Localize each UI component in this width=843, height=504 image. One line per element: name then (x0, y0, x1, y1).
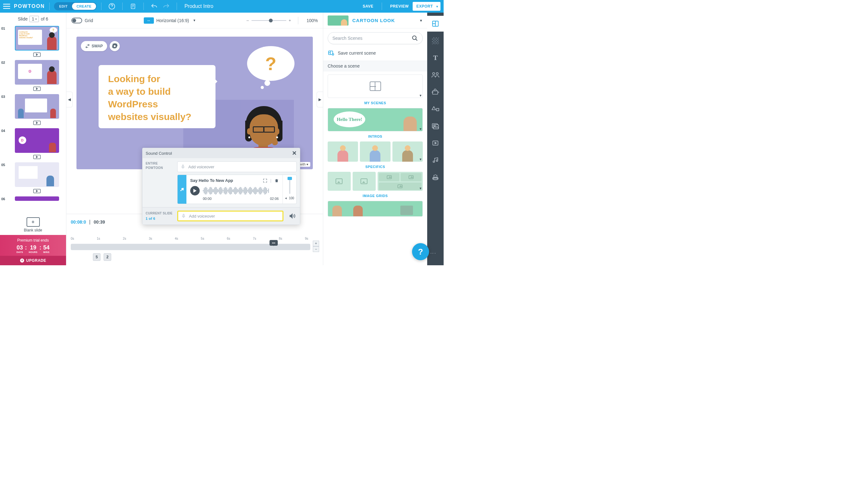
expand-icon[interactable] (263, 178, 267, 183)
transition-icon[interactable] (33, 188, 41, 194)
slide-thumb-6[interactable] (15, 196, 59, 201)
aspect-select[interactable]: ↔ Horizontal (16:9) ▼ (144, 17, 196, 24)
slide-thumb-2[interactable]: Ⓓ (15, 60, 59, 85)
speech-bubble[interactable]: Looking fora way to buildWordPresswebsit… (99, 65, 215, 128)
timeline-ruler: 0s 1s 2s 3s 4s 5s 6s 7s 8s 9s (71, 237, 318, 243)
divider (143, 2, 144, 10)
preview-button[interactable]: PREVIEW (390, 4, 409, 8)
category-imagegrids: IMAGE GRIDS (328, 194, 423, 198)
clipboard-icon[interactable] (129, 2, 137, 11)
audio-track: Say Hello To New App | 00:00 02:06 (177, 175, 297, 204)
right-area: CARTOON LOOK ▼ Save current scene Choose… (323, 13, 444, 265)
mode-create[interactable]: CREATE (72, 3, 96, 10)
help-fab[interactable]: ? (412, 243, 429, 260)
trial-banner: Premium trial ends 03DAYS : 19HOURS : 54… (0, 235, 66, 265)
collapse-left-icon[interactable]: ◀ (66, 92, 73, 107)
transition-icon[interactable] (33, 86, 41, 92)
zoom-control: – + 100% (246, 17, 318, 24)
logo[interactable]: POWTOON (14, 3, 45, 9)
undo-icon[interactable] (150, 2, 158, 11)
more-options-icon[interactable]: ⋮ (430, 250, 437, 256)
choose-scene-label: Choose a scene (323, 61, 427, 71)
menu-icon[interactable] (3, 4, 11, 9)
delete-icon[interactable] (275, 178, 279, 183)
waveform[interactable] (203, 186, 279, 195)
rail-background[interactable] (427, 33, 444, 49)
rail-layout[interactable] (427, 16, 444, 32)
play-button[interactable] (190, 186, 200, 196)
thumb-index: 05 (1, 162, 7, 167)
transition-icon[interactable] (33, 52, 41, 57)
transition-icon[interactable] (33, 120, 41, 126)
scene-intro-2[interactable] (360, 142, 390, 162)
project-title[interactable]: Product Intro (185, 3, 214, 9)
scene-hello-there[interactable]: Hello There! (328, 108, 423, 131)
rail-videos[interactable] (427, 135, 444, 151)
close-icon[interactable]: ✕ (292, 150, 297, 157)
timeline-item-2[interactable]: 2 (104, 253, 111, 261)
search-input[interactable] (332, 36, 409, 41)
chevron-down-icon[interactable]: ▼ (419, 187, 422, 190)
mode-edit[interactable]: EDIT (55, 4, 72, 8)
scene-blank-layout[interactable] (328, 74, 423, 98)
chevron-down-icon[interactable]: ▼ (419, 158, 422, 161)
add-blank-slide[interactable]: + Blank slide (11, 217, 55, 232)
grid-toggle[interactable]: Grid (71, 18, 93, 23)
transition-icon[interactable] (33, 154, 41, 160)
settings-button[interactable] (110, 41, 120, 51)
chevron-down-icon[interactable]: ▼ (419, 94, 422, 97)
add-voiceover-slide[interactable]: Add voiceover (177, 211, 283, 221)
rail-characters[interactable] (427, 67, 444, 83)
rail-images[interactable] (427, 118, 444, 134)
chevron-down-icon[interactable]: ▼ (419, 127, 422, 131)
scene-intro-3[interactable] (392, 142, 423, 162)
timeline-zoom-in[interactable]: + (313, 241, 319, 246)
thought-bubble[interactable]: ? (247, 46, 295, 81)
swap-button[interactable]: SWAP (81, 41, 107, 51)
scene-img-1[interactable] (328, 172, 351, 191)
music-tab-icon[interactable] (178, 175, 187, 204)
timeline-item-1[interactable]: 5 (93, 253, 101, 261)
rail-shapes[interactable] (427, 101, 444, 117)
rail-specials[interactable] (427, 169, 444, 185)
current-slide-count: 1 of 6 (146, 216, 174, 221)
playhead-marker[interactable]: ••• (269, 240, 278, 246)
sound-toggle-icon[interactable] (288, 213, 297, 219)
zoom-out-button[interactable]: – (246, 18, 249, 23)
slide-number-select[interactable]: 1 (29, 16, 39, 22)
volume-value: 100 (289, 196, 294, 200)
rail-text[interactable]: T (427, 50, 444, 66)
rail-props[interactable] (427, 84, 444, 100)
save-scene-button[interactable]: Save current scene (323, 48, 427, 61)
help-icon[interactable] (108, 2, 116, 11)
scene-img-2[interactable] (353, 172, 376, 191)
look-selector[interactable]: CARTOON LOOK ▼ (323, 13, 427, 29)
slide-thumb-1[interactable]: Looking fora way to buildWordPresswebsit… (15, 26, 59, 51)
rail-sound[interactable] (427, 152, 444, 168)
scene-imagegrid-1[interactable] (328, 201, 423, 217)
scene-img-3[interactable] (377, 172, 423, 191)
blank-slide-label: Blank slide (11, 228, 55, 232)
zoom-slider[interactable] (251, 20, 286, 21)
scene-list[interactable]: ▼ MY SCENES Hello There! ▼ INTROS ▼ SPEC… (323, 71, 427, 265)
zoom-value: 100% (306, 18, 318, 23)
search-scenes[interactable] (328, 32, 423, 44)
collapse-right-icon[interactable]: ▶ (317, 92, 323, 107)
mic-icon (181, 214, 186, 218)
slide-thumb-5[interactable] (15, 162, 59, 187)
volume-slider[interactable] (289, 178, 291, 194)
save-button[interactable]: SAVE (363, 4, 373, 8)
timeline-track[interactable]: ••• (71, 244, 310, 250)
zoom-in-button[interactable]: + (289, 18, 291, 23)
slide-thumb-3[interactable] (15, 94, 59, 119)
add-voiceover-entire[interactable]: Add voiceover (177, 161, 297, 172)
redo-icon[interactable] (162, 2, 170, 11)
upgrade-button[interactable]: UPGRADE (0, 256, 66, 265)
scene-intro-1[interactable] (328, 142, 358, 162)
mode-toggle[interactable]: EDIT CREATE (54, 2, 96, 11)
slide-thumb-4[interactable]: D (15, 128, 59, 153)
export-button[interactable]: EXPORT (412, 2, 440, 11)
timeline-total-time: 00:39 (93, 219, 105, 224)
timeline-zoom-out[interactable]: − (313, 246, 319, 252)
chevron-down-icon: ▼ (419, 19, 423, 22)
